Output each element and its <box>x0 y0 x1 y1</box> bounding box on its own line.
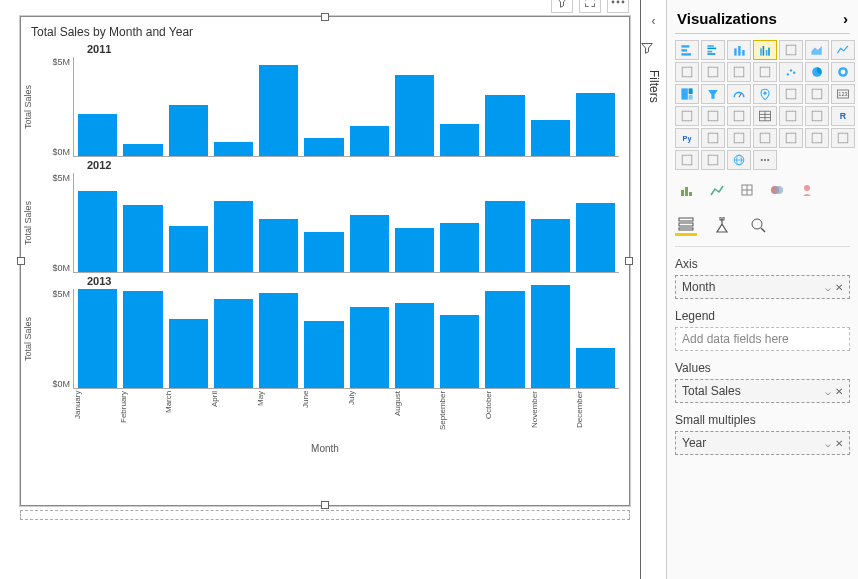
custom-viz-custom-3[interactable] <box>735 180 759 200</box>
viz-type-clustered-column[interactable] <box>753 40 777 60</box>
viz-type-scatter[interactable] <box>779 62 803 82</box>
viz-type-py-visual[interactable]: Py <box>675 128 699 148</box>
axis-well[interactable]: Month ⌵✕ <box>675 275 850 299</box>
viz-type-treemap[interactable] <box>675 84 699 104</box>
viz-type-kpi[interactable] <box>701 106 725 126</box>
remove-field-icon[interactable]: ✕ <box>835 386 843 397</box>
chevron-down-icon[interactable]: ⌵ <box>825 282 831 293</box>
custom-viz-custom-1[interactable] <box>675 180 699 200</box>
values-well[interactable]: Total Sales ⌵✕ <box>675 379 850 403</box>
bar[interactable] <box>395 303 434 388</box>
custom-viz-custom-2[interactable] <box>705 180 729 200</box>
bar[interactable] <box>395 228 434 272</box>
viz-type-gauge[interactable] <box>727 84 751 104</box>
bar[interactable] <box>350 215 389 272</box>
bar[interactable] <box>531 120 570 156</box>
bar[interactable] <box>78 114 117 156</box>
bar[interactable] <box>78 289 117 388</box>
bar[interactable] <box>440 124 479 156</box>
viz-type-r-visual[interactable]: R <box>831 106 855 126</box>
viz-type-line[interactable] <box>831 40 855 60</box>
more-options-icon[interactable] <box>607 0 629 13</box>
resize-handle[interactable] <box>17 257 25 265</box>
resize-handle[interactable] <box>625 257 633 265</box>
bar[interactable] <box>123 144 162 156</box>
viz-type-filled-map[interactable] <box>779 84 803 104</box>
chevron-down-icon[interactable]: ⌵ <box>825 386 831 397</box>
viz-type-multi-row-card[interactable] <box>675 106 699 126</box>
bar[interactable] <box>259 219 298 272</box>
viz-type-area[interactable] <box>805 40 829 60</box>
filters-pane-collapsed[interactable]: ‹ Filters <box>641 0 667 579</box>
bar[interactable] <box>485 201 524 272</box>
legend-well[interactable]: Add data fields here <box>675 327 850 351</box>
bar[interactable] <box>531 285 570 388</box>
remove-field-icon[interactable]: ✕ <box>835 282 843 293</box>
bar[interactable] <box>214 142 253 156</box>
fields-tab-icon[interactable] <box>675 214 697 236</box>
bar[interactable] <box>214 299 253 388</box>
viz-type-stacked-column[interactable] <box>727 40 751 60</box>
viz-type-stacked-bar[interactable] <box>675 40 699 60</box>
viz-type-decomposition[interactable] <box>701 128 725 148</box>
analytics-tab-icon[interactable] <box>747 214 769 236</box>
chart-visual[interactable]: Total Sales by Month and Year 2011Total … <box>20 16 630 506</box>
viz-type-map[interactable] <box>753 84 777 104</box>
viz-type-powerapps[interactable] <box>701 150 725 170</box>
bar[interactable] <box>123 205 162 272</box>
viz-type-pie[interactable] <box>805 62 829 82</box>
bar[interactable] <box>304 138 343 156</box>
viz-type-azure-map[interactable] <box>805 84 829 104</box>
custom-viz-custom-4[interactable] <box>765 180 789 200</box>
viz-type-narrative[interactable] <box>779 128 803 148</box>
bar[interactable] <box>531 219 570 272</box>
small-multiples-field-pill[interactable]: Year <box>682 436 706 450</box>
viz-type-arcgis[interactable] <box>675 150 699 170</box>
viz-type-slicer[interactable] <box>727 106 751 126</box>
resize-handle[interactable] <box>321 13 329 21</box>
bar[interactable] <box>259 65 298 156</box>
small-multiples-well[interactable]: Year ⌵✕ <box>675 431 850 455</box>
viz-type-stacked-column-100[interactable] <box>779 40 803 60</box>
viz-type-qa[interactable] <box>727 128 751 148</box>
viz-type-key-driver[interactable] <box>753 128 777 148</box>
viz-type-matrix[interactable] <box>779 106 803 126</box>
values-field-pill[interactable]: Total Sales <box>682 384 741 398</box>
bar[interactable] <box>440 315 479 388</box>
viz-type-donut[interactable] <box>831 62 855 82</box>
viz-type-waterfall[interactable] <box>753 62 777 82</box>
viz-type-table[interactable] <box>753 106 777 126</box>
bar[interactable] <box>78 191 117 272</box>
viz-type-influencers[interactable] <box>805 106 829 126</box>
viz-type-paginated[interactable] <box>805 128 829 148</box>
bar[interactable] <box>214 201 253 272</box>
viz-type-ribbon[interactable] <box>727 62 751 82</box>
bar[interactable] <box>576 348 615 388</box>
resize-handle[interactable] <box>321 501 329 509</box>
focus-mode-icon[interactable] <box>579 0 601 13</box>
bar[interactable] <box>304 321 343 388</box>
bar[interactable] <box>485 291 524 388</box>
viz-type-clustered-bar[interactable] <box>701 40 725 60</box>
bar[interactable] <box>169 105 208 156</box>
bar[interactable] <box>395 75 434 156</box>
bar[interactable] <box>350 307 389 388</box>
bar[interactable] <box>576 203 615 272</box>
format-tab-icon[interactable] <box>711 214 733 236</box>
viz-type-ellipsis[interactable] <box>753 150 777 170</box>
bar[interactable] <box>485 95 524 156</box>
bar[interactable] <box>350 126 389 156</box>
viz-type-line-clustered[interactable] <box>701 62 725 82</box>
custom-viz-custom-5[interactable] <box>795 180 819 200</box>
bar[interactable] <box>169 319 208 388</box>
bar[interactable] <box>576 93 615 156</box>
bar[interactable] <box>169 226 208 272</box>
bar[interactable] <box>304 232 343 272</box>
axis-field-pill[interactable]: Month <box>682 280 715 294</box>
bar[interactable] <box>259 293 298 388</box>
viz-type-card[interactable]: 123 <box>831 84 855 104</box>
bar[interactable] <box>123 291 162 388</box>
chevron-down-icon[interactable]: ⌵ <box>825 438 831 449</box>
filter-icon[interactable] <box>551 0 573 13</box>
viz-type-globe[interactable] <box>727 150 751 170</box>
